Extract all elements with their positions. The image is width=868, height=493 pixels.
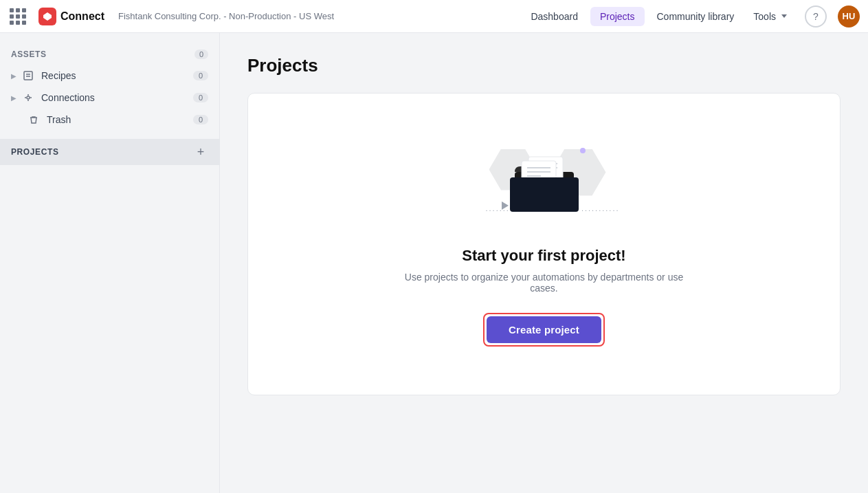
nav-item-tools[interactable]: Tools (746, 7, 794, 26)
recipe-icon (23, 71, 36, 80)
assets-section-header: ASSETS 0 (0, 44, 219, 65)
svg-rect-13 (510, 177, 579, 212)
expand-icon: ▶ (11, 72, 16, 80)
trash-icon (29, 115, 41, 124)
nav-item-projects[interactable]: Projects (590, 7, 645, 26)
empty-state-description: Use projects to organize your automation… (400, 272, 689, 294)
apps-grid-icon[interactable] (8, 7, 27, 26)
expand-icon-connections: ▶ (11, 94, 16, 102)
nav-item-community-library[interactable]: Community library (647, 7, 744, 26)
add-project-button[interactable]: + (193, 144, 208, 160)
sidebar-item-recipes-badge: 0 (193, 71, 208, 80)
main-nav: Dashboard Projects Community library Too… (521, 7, 794, 26)
connections-icon (23, 93, 36, 102)
sidebar-item-connections-badge: 0 (193, 93, 208, 102)
chevron-down-icon (781, 14, 787, 18)
page-title: Projects (247, 55, 841, 76)
projects-section-header: PROJECTS + (0, 139, 219, 165)
logo-text: Connect (60, 10, 104, 23)
sidebar: ASSETS 0 ▶ Recipes 0 ▶ (0, 33, 220, 493)
sidebar-item-trash[interactable]: Trash 0 (0, 109, 219, 131)
create-project-button-wrapper: Create project (483, 313, 605, 347)
sidebar-item-trash-badge: 0 (193, 115, 208, 124)
dash-right: ........... (581, 204, 620, 212)
help-button[interactable]: ? (805, 6, 827, 28)
sidebar-item-recipes-label: Recipes (41, 70, 188, 81)
sidebar-item-recipes[interactable]: ▶ Recipes 0 (0, 65, 219, 87)
main-content: Projects ........... ........... (220, 33, 868, 493)
projects-empty-card: ........... ........... (247, 93, 841, 395)
topnav: Connect Fishtank Consulting Corp. - Non-… (0, 0, 868, 33)
empty-state-title: Start your first project! (462, 247, 625, 265)
assets-section-badge: 0 (194, 50, 208, 59)
assets-section-title: ASSETS (11, 50, 47, 59)
sidebar-item-trash-label: Trash (47, 114, 188, 125)
user-avatar[interactable]: HU (838, 6, 860, 28)
sidebar-item-connections-label: Connections (41, 92, 188, 103)
org-label: Fishtank Consulting Corp. - Non-Producti… (118, 11, 334, 21)
body-layout: ASSETS 0 ▶ Recipes 0 ▶ (0, 33, 868, 493)
folder-icon (507, 151, 582, 216)
nav-item-dashboard[interactable]: Dashboard (521, 7, 588, 26)
svg-point-3 (27, 96, 30, 99)
logo[interactable]: Connect (38, 8, 104, 25)
svg-rect-0 (24, 72, 32, 80)
sidebar-item-connections[interactable]: ▶ Connections 0 (0, 87, 219, 109)
create-project-button[interactable]: Create project (487, 316, 601, 343)
empty-state-illustration: ........... ........... (448, 142, 641, 225)
projects-section-title: PROJECTS (11, 147, 58, 157)
logo-icon (38, 8, 56, 25)
